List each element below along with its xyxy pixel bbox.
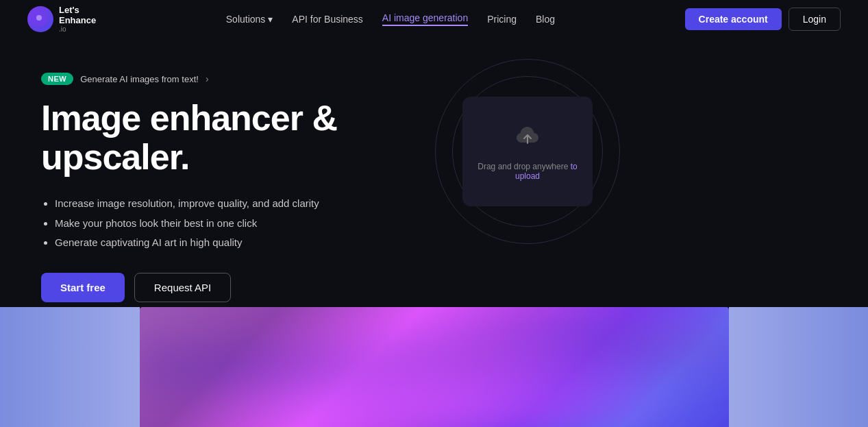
- nav-link-blog[interactable]: Blog: [536, 14, 555, 25]
- bullet-2: Make your photos look their best in one …: [55, 216, 425, 232]
- logo-icon: [27, 6, 53, 32]
- chevron-down-icon: ▾: [268, 14, 273, 25]
- bullet-3: Generate captivating AI art in high qual…: [55, 235, 425, 251]
- nav-link-pricing[interactable]: Pricing: [487, 14, 517, 25]
- hero-title: Image enhancer & upscaler.: [41, 99, 425, 177]
- nav-link-ai-generation[interactable]: AI image generation: [382, 12, 468, 26]
- upload-ring-outer: Drag and drop anywhere to upload: [435, 59, 620, 244]
- navbar: Let's Enhance .io Solutions ▾ API for Bu…: [0, 0, 868, 38]
- hero-bullets: Increase image resolution, improve quali…: [41, 196, 425, 251]
- logo-text: Let's Enhance .io: [59, 5, 96, 33]
- logo[interactable]: Let's Enhance .io: [27, 5, 96, 33]
- upload-text: Drag and drop anywhere to upload: [476, 162, 579, 181]
- request-api-button[interactable]: Request API: [134, 273, 231, 302]
- bottom-image: [140, 307, 729, 427]
- hero-right: Drag and drop anywhere to upload: [425, 59, 630, 244]
- new-badge: NEW: [41, 73, 73, 85]
- bottom-blur-overlay: [140, 307, 729, 427]
- hero-section: NEW Generate AI images from text! › Imag…: [0, 38, 868, 326]
- upload-dropzone[interactable]: Drag and drop anywhere to upload: [462, 97, 593, 206]
- svg-point-1: [36, 15, 42, 21]
- nav-link-solutions[interactable]: Solutions ▾: [226, 14, 273, 25]
- nav-actions: Create account Login: [685, 8, 841, 31]
- side-glow-right: [729, 307, 869, 427]
- badge-text: Generate AI images from text!: [80, 74, 199, 84]
- nav-link-api-business[interactable]: API for Business: [292, 14, 363, 25]
- hero-buttons: Start free Request API: [41, 273, 425, 302]
- cloud-upload-icon: [513, 123, 542, 154]
- nav-links: Solutions ▾ API for Business AI image ge…: [226, 12, 555, 26]
- upload-ring-inner: Drag and drop anywhere to upload: [452, 76, 603, 227]
- side-glow-left: [0, 307, 140, 427]
- create-account-button[interactable]: Create account: [685, 8, 782, 30]
- start-free-button[interactable]: Start free: [41, 273, 125, 302]
- bullet-1: Increase image resolution, improve quali…: [55, 196, 425, 212]
- bottom-section: [0, 307, 868, 427]
- hero-left: NEW Generate AI images from text! › Imag…: [41, 66, 425, 302]
- badge-arrow-icon: ›: [206, 73, 209, 84]
- login-button[interactable]: Login: [789, 8, 841, 31]
- badge-row: NEW Generate AI images from text! ›: [41, 73, 425, 85]
